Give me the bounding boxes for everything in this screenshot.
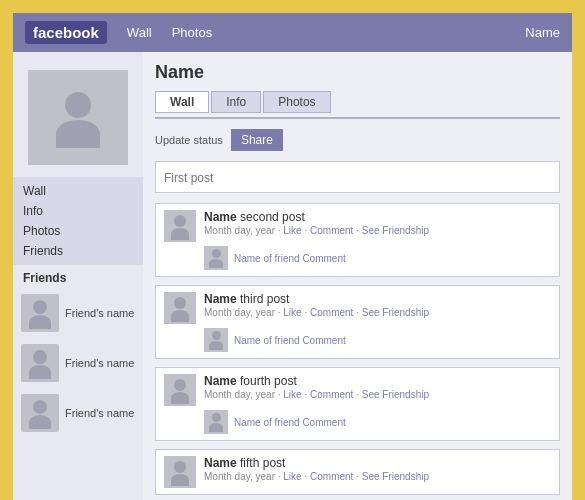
post-2-title: Name fourth post (204, 374, 551, 388)
comment-2-avatar (204, 410, 228, 434)
post-0-comment-section: Name of friend Comment (204, 246, 551, 270)
post-2-like[interactable]: Like (283, 389, 301, 400)
post-0-like[interactable]: Like (283, 225, 301, 236)
brand-logo: facebook (25, 21, 107, 44)
post-1-body: Name third post Month day, year · Like ·… (204, 292, 551, 318)
right-content: Name Wall Info Photos Update status Shar… (143, 52, 572, 500)
avatar-head (65, 92, 91, 118)
status-input[interactable] (164, 171, 551, 185)
post-0-title: Name second post (204, 210, 551, 224)
post-3-friendship[interactable]: See Friendship (362, 471, 429, 482)
friend-name-0: Friend's name (65, 307, 134, 319)
comment-0-avatar (204, 246, 228, 270)
post-0-avatar (164, 210, 196, 242)
topnav-photos[interactable]: Photos (172, 25, 212, 40)
friend-avatar-0 (21, 294, 59, 332)
update-status-label: Update status (155, 134, 223, 146)
post-1-meta: Month day, year · Like · Comment · See F… (204, 307, 551, 318)
post-0: Name second post Month day, year · Like … (155, 203, 560, 277)
update-status-bar: Update status Share (155, 129, 560, 151)
sidebar-item-friends[interactable]: Friends (13, 241, 143, 261)
post-2-friendship[interactable]: See Friendship (362, 389, 429, 400)
post-1-avatar (164, 292, 196, 324)
friend-item-0[interactable]: Friend's name (13, 288, 143, 338)
post-0-comment[interactable]: Comment (310, 225, 353, 236)
comment-1-avatar (204, 328, 228, 352)
post-0-meta: Month day, year · Like · Comment · See F… (204, 225, 551, 236)
friends-section-title: Friends (13, 265, 143, 288)
post-2-header: Name fourth post Month day, year · Like … (164, 374, 551, 406)
friend-item-1[interactable]: Friend's name (13, 338, 143, 388)
friend-item-2[interactable]: Friend's name (13, 388, 143, 438)
post-2-meta: Month day, year · Like · Comment · See F… (204, 389, 551, 400)
post-3-comment[interactable]: Comment (310, 471, 353, 482)
sidebar: Wall Info Photos Friends Friends Friend'… (13, 52, 143, 500)
post-2-body: Name fourth post Month day, year · Like … (204, 374, 551, 400)
avatar-body (56, 120, 100, 148)
sidebar-item-info[interactable]: Info (13, 201, 143, 221)
post-2-comment[interactable]: Comment (310, 389, 353, 400)
top-nav: facebook Wall Photos Name (13, 13, 572, 52)
topnav-wall[interactable]: Wall (127, 25, 152, 40)
post-1-like[interactable]: Like (283, 307, 301, 318)
post-3-like[interactable]: Like (283, 471, 301, 482)
topnav-name[interactable]: Name (525, 25, 560, 40)
avatar-person (48, 88, 108, 148)
post-1: Name third post Month day, year · Like ·… (155, 285, 560, 359)
post-1-comment-section: Name of friend Comment (204, 328, 551, 352)
post-2: Name fourth post Month day, year · Like … (155, 367, 560, 441)
status-input-box (155, 161, 560, 193)
post-3-body: Name fifth post Month day, year · Like ·… (204, 456, 551, 482)
post-1-title: Name third post (204, 292, 551, 306)
post-0-friendship[interactable]: See Friendship (362, 225, 429, 236)
post-3-avatar (164, 456, 196, 488)
friend-name-2: Friend's name (65, 407, 134, 419)
comment-2-text: Name of friend Comment (234, 417, 346, 428)
profile-tabs: Wall Info Photos (155, 91, 560, 119)
post-1-friendship[interactable]: See Friendship (362, 307, 429, 318)
page-wrapper: facebook Wall Photos Name Wall Info Phot… (10, 10, 575, 500)
post-1-comment[interactable]: Comment (310, 307, 353, 318)
sidebar-item-wall[interactable]: Wall (13, 181, 143, 201)
post-1-header: Name third post Month day, year · Like ·… (164, 292, 551, 324)
comment-0-text: Name of friend Comment (234, 253, 346, 264)
post-3-header: Name fifth post Month day, year · Like ·… (164, 456, 551, 488)
sidebar-item-photos[interactable]: Photos (13, 221, 143, 241)
post-3: Name fifth post Month day, year · Like ·… (155, 449, 560, 495)
friend-avatar-1 (21, 344, 59, 382)
friend-avatar-2 (21, 394, 59, 432)
friend-name-1: Friend's name (65, 357, 134, 369)
share-button[interactable]: Share (231, 129, 283, 151)
post-3-meta: Month day, year · Like · Comment · See F… (204, 471, 551, 482)
comment-1-text: Name of friend Comment (234, 335, 346, 346)
profile-avatar-large (28, 70, 128, 165)
tab-photos[interactable]: Photos (263, 91, 330, 113)
profile-name: Name (155, 62, 560, 83)
main-content: Wall Info Photos Friends Friends Friend'… (13, 52, 572, 500)
post-2-comment-section: Name of friend Comment (204, 410, 551, 434)
post-2-avatar (164, 374, 196, 406)
post-3-title: Name fifth post (204, 456, 551, 470)
tab-wall[interactable]: Wall (155, 91, 209, 113)
post-0-body: Name second post Month day, year · Like … (204, 210, 551, 236)
sidebar-nav: Wall Info Photos Friends (13, 177, 143, 265)
post-0-header: Name second post Month day, year · Like … (164, 210, 551, 242)
tab-info[interactable]: Info (211, 91, 261, 113)
